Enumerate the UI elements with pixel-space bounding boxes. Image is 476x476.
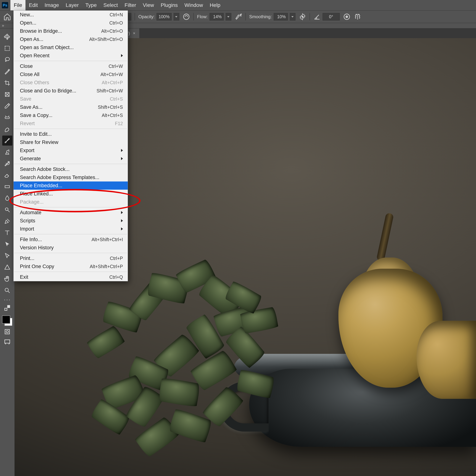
angle-field[interactable]: 0°: [323, 13, 340, 20]
file-menu-item-save-a-copy[interactable]: Save a Copy...Alt+Ctrl+S: [14, 111, 128, 119]
menubar-item-window[interactable]: Window: [181, 0, 206, 10]
file-menu-item-file-info[interactable]: File Info...Alt+Shift+Ctrl+I: [14, 235, 128, 244]
file-menu-item-open[interactable]: Open...Ctrl+O: [14, 19, 128, 27]
menubar-item-file[interactable]: File: [10, 0, 25, 10]
file-menu-item-generate[interactable]: Generate: [14, 154, 128, 163]
eyedropper-tool[interactable]: [2, 101, 12, 111]
menubar-item-plugins[interactable]: Plugins: [157, 0, 181, 10]
frame-tool[interactable]: [2, 89, 12, 100]
menu-item-shortcut: F12: [109, 121, 123, 126]
opacity-field[interactable]: 100%: [156, 13, 172, 20]
file-menu-item-search-adobe-express-templates[interactable]: Search Adobe Express Templates...: [14, 173, 128, 182]
path-select-tool[interactable]: [2, 239, 12, 249]
brush-tool[interactable]: [2, 136, 12, 146]
move-tool[interactable]: [2, 32, 12, 42]
magic-wand-tool[interactable]: [2, 66, 12, 76]
airbrush-icon[interactable]: [235, 13, 242, 20]
menu-item-shortcut: Alt+Ctrl+O: [96, 28, 123, 34]
menubar-item-image[interactable]: Image: [41, 0, 62, 10]
pressure-opacity-icon[interactable]: [183, 13, 190, 20]
menubar-item-help[interactable]: Help: [206, 0, 224, 10]
smoothing-dropdown[interactable]: [290, 13, 295, 20]
file-menu-item-import[interactable]: Import: [14, 225, 128, 233]
file-menu-item-print-one-copy[interactable]: Print One CopyAlt+Shift+Ctrl+P: [14, 262, 128, 271]
file-menu-item-scripts[interactable]: Scripts: [14, 217, 128, 225]
shape-tool[interactable]: [2, 262, 12, 272]
file-menu-item-new[interactable]: New...Ctrl+N: [14, 11, 128, 19]
menu-item-label: Save: [20, 96, 32, 102]
hand-tool[interactable]: [2, 274, 12, 284]
menu-item-label: Browse in Bridge...: [20, 28, 62, 34]
menubar-item-select[interactable]: Select: [100, 0, 121, 10]
svg-rect-11: [5, 117, 9, 119]
flow-dropdown[interactable]: [225, 13, 231, 20]
file-menu-item-save-as[interactable]: Save As...Shift+Ctrl+S: [14, 103, 128, 111]
menu-item-shortcut: Alt+Shift+Ctrl+P: [84, 264, 123, 269]
menu-item-label: File Info...: [20, 237, 42, 242]
file-menu-item-close-others: Close OthersAlt+Ctrl+P: [14, 78, 128, 87]
smoothing-field[interactable]: 10%: [274, 13, 288, 20]
menubar-item-filter[interactable]: Filter: [121, 0, 139, 10]
menubar-item-view[interactable]: View: [139, 0, 157, 10]
file-menu-item-place-linked[interactable]: Place Linked...: [14, 190, 128, 198]
direct-select-tool[interactable]: [2, 251, 12, 261]
marquee-tool[interactable]: [2, 43, 12, 53]
file-menu-item-close[interactable]: CloseCtrl+W: [14, 62, 128, 70]
smoothing-options-icon[interactable]: [299, 13, 306, 20]
menu-item-label: Close Others: [20, 80, 49, 85]
menubar-item-layer[interactable]: Layer: [62, 0, 82, 10]
toolbar-more-icon[interactable]: • • •: [4, 298, 10, 301]
history-brush-tool[interactable]: [2, 159, 12, 169]
menu-item-label: Version History: [20, 245, 54, 251]
zoom-tool[interactable]: [2, 285, 12, 295]
menu-item-label: Automate: [20, 210, 41, 216]
symmetry-icon[interactable]: [354, 13, 361, 20]
opacity-dropdown[interactable]: [173, 13, 179, 20]
file-menu-item-invite-to-edit[interactable]: Invite to Edit...: [14, 130, 128, 138]
file-menu-item-browse-in-bridge[interactable]: Browse in Bridge...Alt+Ctrl+O: [14, 27, 128, 35]
close-icon[interactable]: ×: [133, 31, 135, 36]
file-menu-item-version-history[interactable]: Version History: [14, 244, 128, 252]
eraser-tool[interactable]: [2, 170, 12, 180]
file-menu-item-export[interactable]: Export: [14, 146, 128, 154]
file-menu-item-open-as-smart-object[interactable]: Open as Smart Object...: [14, 43, 128, 51]
gradient-tool[interactable]: [2, 182, 12, 192]
flow-field[interactable]: 14%: [210, 13, 224, 20]
blur-tool[interactable]: [2, 193, 12, 203]
file-menu-item-search-adobe-stock[interactable]: Search Adobe Stock...: [14, 165, 128, 173]
menu-item-label: Share for Review: [20, 139, 58, 145]
file-menu-item-exit[interactable]: ExitCtrl+Q: [14, 273, 128, 281]
menu-item-shortcut: Shift+Ctrl+W: [91, 88, 123, 94]
file-menu-item-close-all[interactable]: Close AllAlt+Ctrl+W: [14, 70, 128, 78]
flow-label: Flow:: [197, 14, 208, 19]
menu-item-shortcut: Ctrl+S: [104, 96, 123, 102]
menu-item-label: Save a Copy...: [20, 113, 52, 118]
patch-tool[interactable]: [2, 124, 12, 134]
file-menu-item-open-recent[interactable]: Open Recent: [14, 51, 128, 60]
menubar-item-edit[interactable]: Edit: [25, 0, 41, 10]
color-swatches[interactable]: [2, 316, 13, 326]
file-menu-item-automate[interactable]: Automate: [14, 208, 128, 217]
crop-tool[interactable]: [2, 78, 12, 88]
flow-group: Flow: 14%: [197, 13, 231, 20]
quick-mask-icon[interactable]: [3, 327, 12, 336]
file-menu-item-place-embedded[interactable]: Place Embedded...: [14, 182, 128, 190]
file-menu-item-share-for-review[interactable]: Share for Review: [14, 138, 128, 146]
home-icon[interactable]: [3, 13, 11, 21]
spot-heal-tool[interactable]: [2, 113, 12, 122]
menu-item-shortcut: Ctrl+W: [103, 64, 123, 69]
type-tool[interactable]: [2, 228, 12, 238]
pressure-size-icon[interactable]: [343, 13, 351, 20]
screen-mode-icon[interactable]: [3, 338, 12, 346]
pen-tool[interactable]: [2, 216, 12, 226]
file-menu-item-close-and-go-to-bridge[interactable]: Close and Go to Bridge...Shift+Ctrl+W: [14, 87, 128, 95]
lasso-tool[interactable]: [2, 55, 12, 65]
dodge-tool[interactable]: [2, 205, 12, 215]
swap-colors-icon[interactable]: [3, 304, 12, 312]
menu-separator: [14, 61, 127, 61]
menubar: Ps FileEditImageLayerTypeSelectFilterVie…: [0, 0, 476, 11]
file-menu-item-open-as[interactable]: Open As...Alt+Shift+Ctrl+O: [14, 35, 128, 43]
menubar-item-type[interactable]: Type: [82, 0, 100, 10]
file-menu-item-print[interactable]: Print...Ctrl+P: [14, 254, 128, 262]
clone-stamp-tool[interactable]: [2, 147, 12, 157]
